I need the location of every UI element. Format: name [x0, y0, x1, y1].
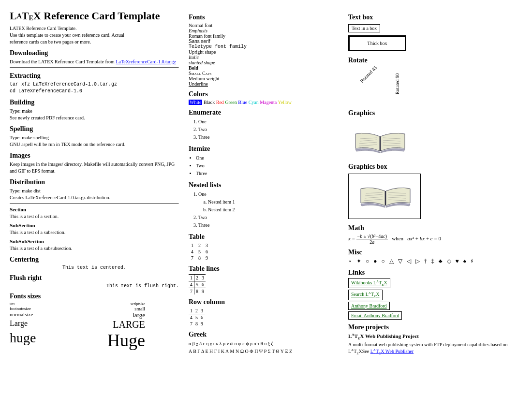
font-bold: Bold: [189, 65, 339, 71]
section-title-spelling: Spelling: [10, 125, 179, 133]
building-see: See newly created PDF reference card.: [10, 115, 179, 121]
project-title: LATEX Web Publishing Project: [348, 333, 513, 341]
color-green: Green: [225, 100, 238, 105]
links-title: Links: [348, 269, 513, 277]
subsection-text: This is a test of a subsection.: [10, 229, 179, 236]
greek-upper: Α Β Γ Δ Ε Η Γ Ι Κ Λ Μ Ν Ω Ο Φ Π Ψ Ρ Σ Τ …: [189, 348, 339, 355]
section-fonts: Fonts Normal font Emphasis Roman font fa…: [189, 14, 339, 87]
section-flushright: Flush right This text is flush right.: [10, 274, 179, 289]
table-title: Table: [189, 233, 339, 241]
extracting-cmd2: cd LaTeXreferenceCard-1.0: [10, 88, 179, 95]
misc-symbols: ⋆ ✦ ○ ● ○ △ ▽ ◁ ▷ † ‡ ♣ ◇ ♥ ♠ ♯: [348, 258, 513, 265]
downloading-link[interactable]: LaTeXreferenceCard-1.0.tar.gz: [116, 59, 176, 64]
font-sansserif: Sans serif: [189, 39, 339, 44]
divider-2: [10, 203, 179, 204]
table-row: 4 5 6: [189, 281, 206, 288]
math-formula: x = −b ± √(b²−4ac) 2a when ax² + bx + c …: [348, 234, 513, 245]
rowcolumn-title: Row column: [189, 298, 339, 306]
section-textbox: Text box Text in a box Thick box: [348, 14, 513, 53]
section-moreprojects: More projects LATEX Web Publishing Proje…: [348, 323, 513, 356]
itemize-title: Itemize: [189, 145, 339, 153]
intro-text: LATEX Reference Card Template. Use this …: [10, 25, 179, 45]
table-cell: 4: [189, 314, 194, 321]
enum-item-2: Two: [198, 126, 339, 133]
rotated-90-text: Rotated 90: [395, 73, 400, 95]
rotate-area: Rotated 45 Rotated 90: [348, 67, 513, 105]
graphics-image: [348, 119, 513, 159]
colors-line: White Black Red Green Blue Cyan Magenta …: [189, 100, 339, 105]
table: 1 2 3 4 5 6 7 8 9: [189, 242, 210, 261]
section-rowcolumn: Row column 1 2 3 4 5 6 7 8 9: [189, 298, 339, 327]
font-italic: Italic: [189, 55, 339, 60]
section-centering: Centering This text is centered.: [10, 256, 179, 270]
section-distribution: Distribution Type: make dist Creates LaT…: [10, 178, 179, 201]
nested-outer-list: One Nested item 1 Nested item 2 Two Thre…: [189, 191, 339, 229]
table-row: 1 2 3: [189, 308, 205, 314]
table-cell: 2: [194, 275, 200, 281]
section-images: Images Keep images in the images/ direct…: [10, 152, 179, 175]
column-1: LATEX Reference Card Template LATEX Refe…: [10, 10, 189, 401]
fs-Huge: Huge: [77, 330, 145, 351]
section-title-distribution: Distribution: [10, 178, 179, 186]
graphicsbox-container: [348, 174, 421, 219]
color-magenta: Magenta: [260, 100, 278, 105]
rotated-45-text: Rotated 45: [359, 65, 378, 84]
section-title-fontsizes: Fonts sizes: [10, 293, 179, 300]
section-title-flushright: Flush right: [10, 274, 179, 282]
math-title: Math: [348, 224, 513, 232]
fs-huge: huge: [10, 330, 77, 351]
enumerate-title: Enumerate: [189, 109, 339, 117]
spelling-gnu: GNU aspell will be run in TEX mode on th…: [10, 141, 179, 148]
table-cell: 2: [196, 242, 203, 249]
section-spelling: Spelling Type: make spelling GNU aspell …: [10, 125, 179, 148]
table-row: 1 2 3: [189, 242, 210, 249]
section-title-section: Section: [10, 206, 179, 212]
table-cell: 3: [200, 275, 206, 281]
page: LATEX Reference Card Template LATEX Refe…: [10, 10, 522, 401]
color-red: Red: [216, 100, 225, 105]
table-cell: 9: [200, 288, 206, 295]
page-title: LATEX Reference Card Template: [10, 10, 179, 22]
nested-inner-list: Nested item 1 Nested item 2: [198, 198, 339, 214]
table-row: 1 2 3: [189, 275, 206, 281]
section-building: Building Type: make See newly created PD…: [10, 99, 179, 121]
link-email[interactable]: Email Anthony Bradford: [348, 311, 402, 320]
table-cell: 5: [194, 314, 199, 321]
section-enumerate: Enumerate One Two Three: [189, 109, 339, 141]
nested-outer-2: Two: [198, 214, 339, 221]
section-colors: Colors White Black Red Green Blue Cyan M…: [189, 90, 339, 105]
column-2: Fonts Normal font Emphasis Roman font fa…: [189, 10, 348, 401]
section-rotate: Rotate Rotated 45 Rotated 90: [348, 57, 513, 105]
extracting-cmd1: tar xfz LaTeXreferenceCard-1.0.tar.gz: [10, 81, 179, 88]
fs-large: large: [77, 311, 145, 319]
color-cyan: Cyan: [249, 100, 260, 105]
table-cell: 4: [189, 281, 194, 288]
link-wikibooks[interactable]: Wikibooks LATEX: [348, 278, 390, 288]
fs-normalsize: normalsize: [10, 311, 77, 319]
font-normal: Normal font: [189, 23, 339, 28]
section-fontsizes: Fonts sizes tiny scriptsize footnotesize…: [10, 293, 179, 351]
link-search[interactable]: Search LATEX: [348, 290, 383, 300]
textbox-simple: Text in a box: [348, 24, 380, 32]
link-anthony[interactable]: Anthony Bradford: [348, 302, 390, 310]
section-misc: Misc ⋆ ✦ ○ ● ○ △ ▽ ◁ ▷ † ‡ ♣ ◇ ♥ ♠ ♯: [348, 249, 513, 265]
table-cell: 1: [189, 242, 196, 249]
color-black: Black: [204, 100, 216, 105]
section-section: Section This is a test of a section.: [10, 206, 179, 220]
section-title-building: Building: [10, 99, 179, 106]
table-row: 7 8 9: [189, 288, 206, 295]
nested-inner-2: Nested item 2: [208, 206, 339, 214]
distribution-type: Type: make dist: [10, 188, 179, 194]
table-cell: 1: [189, 275, 194, 281]
section-downloading: Downloading Download the LATEX Reference…: [10, 49, 179, 65]
project-link[interactable]: LATEX Web Publisher: [370, 349, 414, 354]
nested-inner-1: Nested item 1: [208, 198, 339, 206]
section-graphics: Graphics: [348, 109, 513, 159]
moreprojects-title: More projects: [348, 323, 513, 331]
font-underline: Underline: [189, 81, 339, 87]
table-row: 4 5 6: [189, 249, 210, 255]
table-row: 4 5 6: [189, 314, 205, 321]
building-type: Type: make: [10, 108, 179, 115]
font-upright: Upright shape: [189, 49, 339, 55]
section-extracting: Extracting tar xfz LaTeXreferenceCard-1.…: [10, 72, 179, 95]
